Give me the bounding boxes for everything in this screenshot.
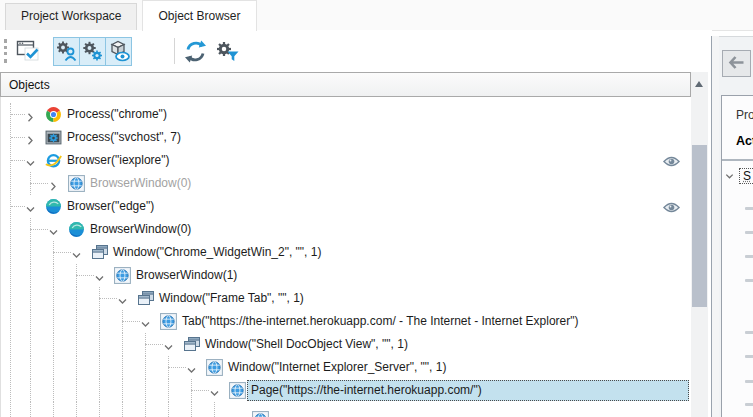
clipped-row-dash — [745, 207, 753, 210]
row-expander[interactable] — [25, 201, 36, 212]
tree-guide-stub — [11, 137, 25, 138]
tree-row[interactable]: Tab("https://the-internet.herokuapp.com/… — [1, 310, 692, 333]
gear-settings-button[interactable] — [79, 37, 106, 66]
gear-user-button[interactable] — [53, 37, 80, 66]
window-check-button[interactable] — [14, 37, 41, 66]
object-tree: Process("chrome") Process("svchost", 7) … — [0, 97, 692, 417]
tree-guide-line — [30, 287, 31, 310]
gear-filter-button[interactable] — [214, 37, 241, 66]
tree-guide-line — [53, 356, 54, 379]
tree-guide-line — [30, 264, 31, 287]
tree-row[interactable]: Window("Frame Tab", "", 1) — [1, 287, 692, 310]
chevron-down-icon — [140, 319, 151, 330]
tree-guide-stub — [99, 298, 117, 299]
row-expander[interactable] — [48, 178, 59, 189]
details-panel: Pro Act S — [719, 36, 753, 417]
chevron-down-icon — [163, 342, 174, 353]
row-expander[interactable] — [25, 132, 36, 143]
tree-guide-line — [99, 379, 100, 402]
tab-object-browser[interactable]: Object Browser — [142, 0, 256, 31]
tree-guide-stub — [11, 160, 25, 161]
chevron-down-icon — [48, 227, 59, 238]
properties-divider — [722, 159, 753, 161]
chevron-down-icon — [94, 273, 105, 284]
row-expander[interactable] — [163, 339, 174, 350]
scrollbar-thumb[interactable] — [692, 145, 707, 307]
tree-guide-line — [122, 356, 123, 379]
tree-row[interactable]: Window("Internet Explorer_Server", "", 1… — [1, 356, 692, 379]
tree-row[interactable]: Process("svchost", 7) — [1, 126, 692, 149]
tree-guide-line — [30, 402, 31, 417]
tree-row-label: Browser("edge") — [67, 195, 154, 218]
tree-guide-line — [145, 379, 146, 402]
tree-row[interactable]: Process("chrome") — [1, 103, 692, 126]
tree-row[interactable]: Browser("edge") — [1, 195, 692, 218]
globe-box-icon — [252, 411, 270, 417]
chevron-down-icon — [209, 388, 220, 399]
tree-guide-line — [76, 310, 77, 333]
tree-guide-line — [53, 264, 54, 287]
tree-guide-stub — [122, 321, 140, 322]
properties-header-label: Pro — [736, 108, 753, 122]
tree-row[interactable]: BrowserWindow(0) — [1, 218, 692, 241]
cube-eye-button[interactable] — [105, 37, 132, 66]
vertical-scrollbar[interactable] — [691, 72, 708, 417]
row-expander[interactable] — [48, 224, 59, 235]
row-expander[interactable] — [25, 109, 36, 120]
tree-guide-stub — [53, 252, 71, 253]
clipped-row-dash — [745, 331, 753, 334]
eye-icon[interactable] — [663, 200, 680, 213]
refresh-button[interactable] — [182, 37, 209, 66]
back-arrow-icon — [728, 55, 745, 73]
globe-box-icon — [68, 175, 86, 192]
toolbar-grip-handle[interactable] — [4, 39, 7, 63]
chevron-down-icon — [71, 250, 82, 261]
tree-guide-line — [30, 379, 31, 402]
row-expander[interactable] — [186, 362, 197, 373]
chrome-icon — [45, 106, 63, 123]
eye-icon[interactable] — [663, 154, 680, 167]
chevron-down-icon — [25, 158, 36, 169]
gear-settings-icon — [82, 41, 104, 62]
tree-row-label: Tab("https://the-internet.herokuapp.com/… — [182, 310, 579, 333]
tree-guide-line — [30, 356, 31, 379]
cube-eye-icon — [107, 40, 131, 62]
tree-row-label: Window("Shell DocObject View", "", 1) — [205, 333, 408, 356]
tree-guide-line — [53, 310, 54, 333]
properties-box: Pro Act S — [721, 95, 753, 417]
tree-guide-stub — [30, 183, 48, 184]
tree-row[interactable]: BrowserWindow(0) — [1, 172, 692, 195]
windows-icon — [183, 336, 201, 353]
chevron-down-icon — [186, 365, 197, 376]
tree-row[interactable]: Window("Shell DocObject View", "", 1) — [1, 333, 692, 356]
chevron-down-icon — [25, 204, 36, 215]
tree-guide-stub — [76, 275, 94, 276]
details-tree-node[interactable]: S — [724, 168, 753, 184]
tree-guide-stub — [11, 114, 25, 115]
windows-icon — [137, 290, 155, 307]
clipped-row-dash — [745, 403, 753, 406]
tree-guide-line — [145, 356, 146, 379]
row-expander[interactable] — [117, 293, 128, 304]
row-expander[interactable] — [94, 270, 105, 281]
chevron-right-icon — [25, 135, 36, 146]
ie-icon — [45, 152, 63, 169]
actions-label: Act — [736, 134, 753, 148]
row-expander[interactable] — [71, 247, 82, 258]
tree-guide-line — [53, 402, 54, 417]
panel-splitter-gutter[interactable] — [712, 36, 719, 417]
tree-row[interactable]: BrowserWindow(1) — [1, 264, 692, 287]
row-expander[interactable] — [209, 385, 220, 396]
tree-row[interactable]: Browser("iexplore") — [1, 149, 692, 172]
tree-row[interactable]: Window("Chrome_WidgetWin_2", "", 1) — [1, 241, 692, 264]
back-button[interactable] — [722, 50, 751, 77]
tree-row[interactable]: Page("https://the-internet.herokuapp.com… — [1, 379, 692, 402]
tab-project-workspace[interactable]: Project Workspace — [5, 3, 137, 30]
tree-guide-line — [99, 310, 100, 333]
tree-guide-line — [76, 356, 77, 379]
tree-guide-line — [145, 402, 146, 417]
row-expander[interactable] — [25, 155, 36, 166]
scrollbar-up-arrow-icon[interactable] — [695, 81, 703, 87]
tree-guide-line — [168, 402, 169, 417]
row-expander[interactable] — [140, 316, 151, 327]
